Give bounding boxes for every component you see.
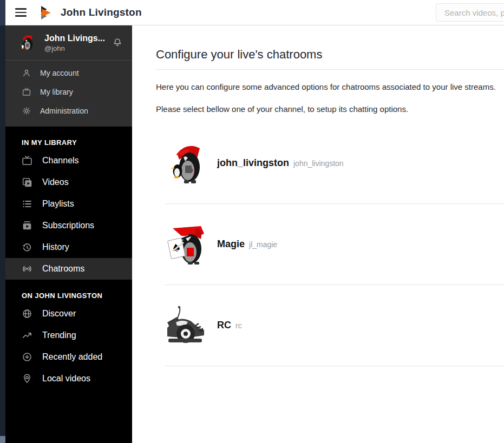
channel-display-name[interactable]: john_livingston — [217, 157, 289, 169]
sidebar-item-channels[interactable]: Channels — [5, 150, 132, 171]
sidebar-item-videos[interactable]: Videos — [5, 171, 132, 193]
instance-title[interactable]: John Livingston — [61, 6, 142, 18]
user-display-name: John Livings... — [44, 34, 110, 43]
title-divider — [156, 69, 504, 70]
menu-item-my-library[interactable]: My library — [5, 82, 132, 101]
channel-handle: john_livingston — [293, 159, 344, 168]
channel-handle: rc — [235, 321, 242, 330]
logged-in-user-block[interactable]: John Livings... @john — [5, 25, 132, 61]
scrollbar-thumb[interactable] — [0, 436, 5, 443]
channel-row-john-livingston[interactable]: john_livingston john_livingston — [165, 123, 504, 204]
history-clock-icon — [21, 241, 34, 253]
sidebar-item-subscriptions[interactable]: Subscriptions — [5, 215, 132, 236]
user-avatar[interactable] — [17, 33, 37, 52]
person-icon — [22, 68, 31, 78]
video-frames-icon — [21, 176, 34, 188]
sidebar-item-recently-added[interactable]: Recently added — [5, 346, 132, 368]
intro-paragraph-2: Please select bellow one of your channel… — [156, 104, 504, 114]
section-in-my-library: IN MY LIBRARY — [5, 127, 132, 150]
notification-bell-icon[interactable] — [110, 36, 125, 49]
channel-display-name[interactable]: Magie — [217, 239, 245, 250]
tv-icon — [22, 87, 31, 97]
globe-icon — [21, 308, 34, 320]
channel-avatar: ♠ — [165, 223, 208, 266]
channel-row-magie[interactable]: ♠ Magie jl_magie — [165, 204, 504, 285]
sidebar-item-history[interactable]: History — [5, 236, 132, 258]
edge-strip-top — [0, 0, 5, 25]
plus-circle-icon — [21, 351, 34, 363]
broadcast-icon — [21, 263, 34, 275]
trending-up-icon — [21, 329, 34, 341]
sidebar-item-trending[interactable]: Trending — [5, 325, 132, 346]
channel-avatar — [165, 304, 208, 347]
menu-item-my-account[interactable]: My account — [5, 63, 132, 82]
account-menu: My account My library Administration — [5, 61, 132, 127]
tv-icon — [21, 155, 34, 167]
main-content: Configure your live's chatrooms Here you… — [132, 25, 504, 443]
playlist-icon — [21, 198, 34, 210]
section-on-instance: ON JOHN LIVINGSTON — [5, 280, 132, 303]
sidebar-item-local-videos[interactable]: Local videos — [5, 368, 132, 389]
intro-paragraph-1: Here you can configure some advanced opt… — [156, 82, 504, 92]
sidebar-item-discover[interactable]: Discover — [5, 303, 132, 325]
gear-icon — [22, 106, 31, 116]
hamburger-menu-icon[interactable] — [8, 0, 34, 25]
page-title: Configure your live's chatrooms — [156, 48, 504, 62]
page-edge-strip — [0, 0, 5, 443]
menu-item-administration[interactable]: Administration — [5, 101, 132, 120]
channel-avatar — [165, 142, 208, 185]
home-pin-icon — [21, 373, 34, 385]
sidebar: John Livings... @john My account — [5, 25, 132, 443]
subscriptions-icon — [21, 220, 34, 232]
channel-row-rc[interactable]: RC rc — [165, 285, 504, 366]
channel-handle: jl_magie — [249, 240, 277, 249]
sidebar-item-playlists[interactable]: Playlists — [5, 193, 132, 215]
channel-display-name[interactable]: RC — [217, 320, 231, 331]
search-input[interactable] — [436, 3, 504, 22]
peertube-logo[interactable] — [41, 6, 53, 19]
top-bar: John Livingston — [5, 0, 504, 25]
user-handle: @john — [44, 44, 110, 52]
sidebar-item-chatrooms[interactable]: Chatrooms — [5, 258, 132, 280]
channel-list: john_livingston john_livingston ♠ — [165, 123, 504, 366]
